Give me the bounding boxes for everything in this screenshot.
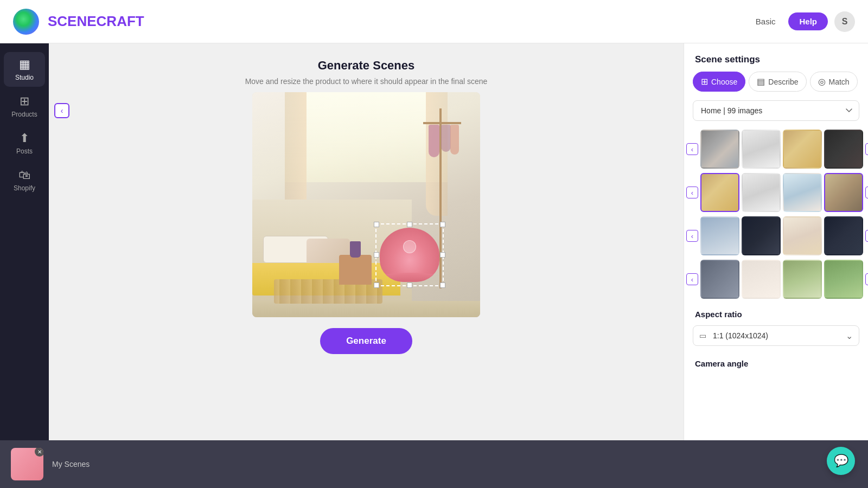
- thumb-16[interactable]: [824, 260, 863, 299]
- category-dropdown[interactable]: Home | 99 images Bedroom | 45 images Kit…: [693, 100, 859, 121]
- row1-thumbs: [700, 130, 863, 169]
- row3-thumbs: [700, 216, 863, 255]
- thumb-8[interactable]: [824, 173, 863, 212]
- sidebar-item-studio[interactable]: ▦ Studio: [4, 52, 45, 87]
- generate-btn-container: Generate: [320, 328, 412, 354]
- row4-next-button[interactable]: ›: [865, 273, 868, 285]
- handle-top-left[interactable]: [374, 222, 379, 227]
- sidebar-item-shopify-label: Shopify: [14, 184, 35, 192]
- shopify-icon: 🛍: [18, 168, 30, 182]
- scene-thumb-close-button[interactable]: ✕: [35, 448, 43, 457]
- thumb-14[interactable]: [742, 260, 781, 299]
- thumb-3[interactable]: [783, 130, 822, 169]
- sidebar-item-posts[interactable]: ⬆ Posts: [4, 126, 45, 160]
- sidebar-item-products[interactable]: ⊞ Products: [4, 89, 45, 124]
- basic-button[interactable]: Basic: [749, 12, 782, 30]
- image-row-4: ‹ ›: [684, 260, 868, 303]
- handle-middle-left[interactable]: [374, 252, 379, 258]
- sidebar-item-shopify[interactable]: 🛍 Shopify: [4, 163, 45, 197]
- right-panel: Scene settings ⊞ Choose ▤ Describe ◎ Mat…: [684, 43, 868, 440]
- thumb-2[interactable]: [742, 130, 781, 169]
- thumb-15[interactable]: [783, 260, 822, 299]
- product-overlay[interactable]: [380, 228, 439, 282]
- row1-next-button[interactable]: ›: [865, 143, 868, 155]
- chat-button[interactable]: 💬: [827, 447, 855, 475]
- topbar-right: Basic Help S: [749, 11, 855, 32]
- rack-bar: [423, 122, 461, 124]
- handle-top-right[interactable]: [440, 222, 445, 227]
- products-icon: ⊞: [20, 94, 29, 108]
- row4-thumbs: [700, 260, 863, 299]
- handle-top-center[interactable]: [407, 222, 412, 227]
- product-hat: [380, 228, 439, 282]
- logo-scene: SCENE: [48, 13, 97, 29]
- sidebar-item-studio-label: Studio: [15, 74, 34, 81]
- thumb-6[interactable]: [742, 173, 781, 212]
- category-dropdown-row: Home | 99 images Bedroom | 45 images Kit…: [684, 100, 868, 130]
- handle-bottom-left[interactable]: [374, 282, 379, 288]
- generate-button[interactable]: Generate: [320, 328, 412, 354]
- thumb-10[interactable]: [742, 216, 781, 255]
- main-layout: ▦ Studio ⊞ Products ⬆ Posts 🛍 Shopify Ge…: [0, 43, 868, 440]
- tab-strip: ⊞ Choose ▤ Describe ◎ Match: [684, 72, 868, 100]
- my-scenes-label: My Scenes: [52, 460, 90, 468]
- handle-bottom-right[interactable]: [440, 282, 445, 288]
- handle-bottom-center[interactable]: [407, 282, 412, 288]
- page-title: Generate Scenes: [62, 59, 671, 73]
- row2-next-button[interactable]: ›: [865, 187, 868, 198]
- thumb-1[interactable]: [700, 130, 739, 169]
- row2-prev-button[interactable]: ‹: [686, 187, 698, 198]
- match-tab-label: Match: [829, 78, 850, 86]
- workspace: Generate Scenes Move and resize the prod…: [49, 43, 684, 440]
- camera-angle-label: Camera angle: [684, 352, 868, 371]
- row3-prev-button[interactable]: ‹: [686, 230, 698, 242]
- small-table: [339, 255, 372, 285]
- sidebar-item-posts-label: Posts: [16, 147, 33, 155]
- thumb-9[interactable]: [700, 216, 739, 255]
- thumb-5[interactable]: [700, 173, 739, 212]
- chat-icon: 💬: [834, 454, 848, 468]
- flower-vase: [350, 241, 361, 258]
- logo-icon: [13, 9, 39, 35]
- posts-icon: ⬆: [20, 131, 29, 145]
- tab-describe[interactable]: ▤ Describe: [749, 72, 806, 92]
- aspect-ratio-dropdown[interactable]: 1:1 (1024x1024) 16:9 (1792x1024) 9:16 (1…: [693, 325, 859, 346]
- left-nav: ▦ Studio ⊞ Products ⬆ Posts 🛍 Shopify: [0, 43, 49, 440]
- handle-middle-right[interactable]: [440, 252, 445, 258]
- scene-image-container: [252, 92, 480, 317]
- hat-brim: [380, 273, 439, 282]
- chevron-left-icon: ‹: [61, 106, 63, 115]
- describe-tab-icon: ▤: [757, 76, 765, 87]
- user-avatar[interactable]: S: [834, 11, 855, 32]
- describe-tab-label: Describe: [768, 78, 798, 86]
- thumb-11[interactable]: [783, 216, 822, 255]
- topbar: SCENECRAFT Basic Help S: [0, 0, 868, 43]
- thumb-13[interactable]: [700, 260, 739, 299]
- choose-tab-icon: ⊞: [701, 76, 708, 87]
- scene-thumbnail[interactable]: ✕: [11, 448, 43, 480]
- logo-text: SCENECRAFT: [48, 13, 144, 30]
- image-row-1: ‹ ›: [684, 130, 868, 173]
- curtain-left: [285, 92, 307, 216]
- row2-thumbs: [700, 173, 863, 212]
- bottom-bar: ✕ My Scenes: [0, 440, 868, 488]
- tab-match[interactable]: ◎ Match: [810, 72, 858, 92]
- help-button[interactable]: Help: [788, 12, 828, 30]
- room-scene: [252, 92, 480, 317]
- choose-tab-label: Choose: [711, 78, 737, 86]
- aspect-select-wrapper: ▭ 1:1 (1024x1024) 16:9 (1792x1024) 9:16 …: [693, 325, 859, 346]
- row3-next-button[interactable]: ›: [865, 230, 868, 242]
- thumb-12[interactable]: [824, 216, 863, 255]
- image-row-2: ‹ ›: [684, 173, 868, 216]
- collapse-button[interactable]: ‹: [54, 103, 69, 118]
- tab-choose[interactable]: ⊞ Choose: [693, 72, 745, 92]
- row1-prev-button[interactable]: ‹: [686, 143, 698, 155]
- thumb-4[interactable]: [824, 130, 863, 169]
- sidebar-item-products-label: Products: [11, 111, 37, 118]
- match-tab-icon: ◎: [818, 76, 826, 87]
- row4-prev-button[interactable]: ‹: [686, 273, 698, 285]
- image-row-3: ‹ ›: [684, 216, 868, 260]
- aspect-dropdown-row: ▭ 1:1 (1024x1024) 16:9 (1792x1024) 9:16 …: [684, 322, 868, 352]
- scene-settings-header: Scene settings: [684, 43, 868, 72]
- thumb-7[interactable]: [783, 173, 822, 212]
